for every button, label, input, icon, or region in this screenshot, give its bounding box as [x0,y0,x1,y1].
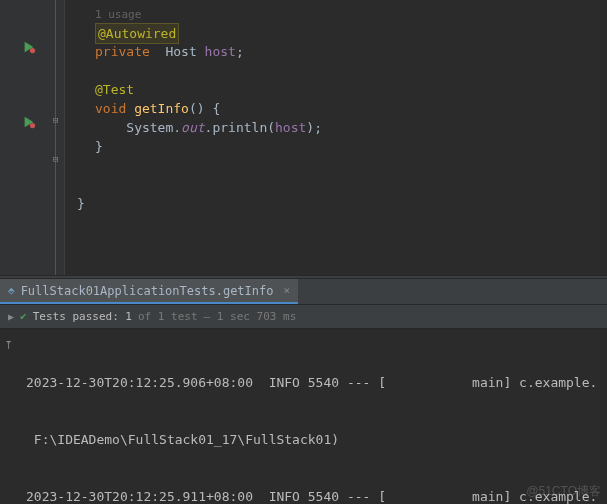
tests-passed-label: Tests passed: 1 [33,310,132,323]
code-content[interactable]: 1 usage @Autowired private Host host; @T… [65,0,607,275]
watermark: @51CTO博客 [526,483,601,500]
run-tab[interactable]: ⬘ FullStack01ApplicationTests.getInfo × [0,279,298,304]
test-status-bar: ▶ ✔ Tests passed: 1 of 1 test – 1 sec 70… [0,305,607,329]
chevron-right-icon[interactable]: ▶ [8,311,14,322]
close-icon[interactable]: × [284,284,291,297]
svg-point-1 [30,48,35,53]
console-toolbar: ⤒ [4,337,20,352]
log-line: F:\IDEADemo\FullStack01_17\FullStack01) [26,430,603,449]
run-config-icon: ⬘ [8,284,15,297]
scroll-top-icon[interactable]: ⤒ [4,339,13,352]
run-tab-bar: ⬘ FullStack01ApplicationTests.getInfo × [0,279,607,305]
svg-point-3 [30,123,35,128]
fold-marker[interactable]: ⊟ [53,115,58,125]
sys-class: System [126,120,173,135]
usage-hint: 1 usage [95,8,141,21]
run-gutter-icon[interactable] [22,115,36,129]
editor-gutter: ⊟ ⊟ [0,0,65,275]
annotation-test: @Test [95,82,134,97]
keyword-private: private [95,44,150,59]
arg-host: host [275,120,306,135]
field-host: host [205,44,236,59]
method-getinfo: getInfo [134,101,189,116]
run-tab-label: FullStack01ApplicationTests.getInfo [21,284,274,298]
println-method: println [212,120,267,135]
type-host: Host [165,44,196,59]
tests-timing: – 1 sec 703 ms [204,310,297,323]
code-editor[interactable]: ⊟ ⊟ 1 usage @Autowired private Host host… [0,0,607,275]
console-output[interactable]: ⤒ 2023-12-30T20:12:25.906+08:00 INFO 554… [0,329,607,499]
keyword-void: void [95,101,126,116]
out-field: out [181,120,204,135]
check-icon: ✔ [20,310,27,323]
tests-of-label: of 1 test [138,310,198,323]
log-line: 2023-12-30T20:12:25.911+08:00 INFO 5540 … [26,487,603,504]
annotation-autowired: @Autowired [98,26,176,41]
run-gutter-icon[interactable] [22,40,36,54]
fold-marker[interactable]: ⊟ [53,154,58,164]
log-line: 2023-12-30T20:12:25.906+08:00 INFO 5540 … [26,373,603,392]
